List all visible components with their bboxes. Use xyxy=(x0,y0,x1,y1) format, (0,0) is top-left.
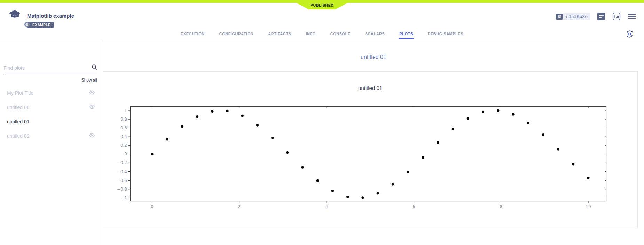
svg-text:0.6: 0.6 xyxy=(120,125,127,130)
svg-text:−0.6: −0.6 xyxy=(117,178,127,183)
svg-text:−0.2: −0.2 xyxy=(117,160,127,165)
plot-group-title: untitled 01 xyxy=(103,54,644,60)
svg-text:1: 1 xyxy=(124,108,127,113)
example-tag-label: EXAMPLE xyxy=(32,23,51,27)
refresh-pause-icon xyxy=(625,29,634,39)
id-badge-icon: ID xyxy=(556,14,563,20)
svg-text:6: 6 xyxy=(413,204,415,209)
plot-list-item[interactable]: untitled 02 xyxy=(0,129,103,143)
tab-bar: EXECUTION CONFIGURATION ARTIFACTS INFO C… xyxy=(0,32,644,39)
search-icon[interactable] xyxy=(92,64,97,71)
tab-debug-samples[interactable]: DEBUG SAMPLES xyxy=(427,32,464,39)
tab-artifacts[interactable]: ARTIFACTS xyxy=(267,32,292,39)
hamburger-menu-button[interactable] xyxy=(627,12,636,21)
svg-text:−0.4: −0.4 xyxy=(117,169,127,174)
eye-off-icon[interactable] xyxy=(89,90,95,97)
experiment-title: Matplotlib example xyxy=(27,13,74,19)
svg-text:8: 8 xyxy=(500,204,503,209)
svg-text:0.2: 0.2 xyxy=(120,143,127,148)
brand: Matplotlib example xyxy=(8,10,74,22)
eye-off-icon[interactable] xyxy=(89,104,95,111)
tab-info[interactable]: INFO xyxy=(305,32,316,39)
svg-text:−0.8: −0.8 xyxy=(117,187,127,192)
search-input[interactable] xyxy=(3,65,92,71)
tab-plots[interactable]: PLOTS xyxy=(399,32,414,39)
plot-list-item[interactable]: untitled 00 xyxy=(0,100,103,114)
eye-off-icon[interactable] xyxy=(89,132,95,139)
tab-configuration[interactable]: CONFIGURATION xyxy=(219,32,254,39)
svg-text:0: 0 xyxy=(151,204,154,209)
gear-icon: ⚙ xyxy=(24,22,30,27)
plot-card: untitled 01 0246810−1−0.8−0.6−0.4−0.200.… xyxy=(103,71,638,228)
svg-text:0.8: 0.8 xyxy=(120,117,127,122)
app-logo-icon xyxy=(8,10,21,22)
svg-text:0.4: 0.4 xyxy=(120,134,127,139)
hamburger-icon xyxy=(628,13,636,20)
plot-title: untitled 01 xyxy=(103,85,637,91)
panel-chart-icon xyxy=(612,12,621,21)
tab-scalars[interactable]: SCALARS xyxy=(364,32,386,39)
experiment-id-chip[interactable]: ID e3530b8e xyxy=(556,13,590,20)
plots-sidebar: Show all My Plot Title untitled 00 untit… xyxy=(0,40,103,245)
auto-refresh-toggle[interactable] xyxy=(625,29,634,40)
show-all-row: Show all xyxy=(0,74,103,83)
tab-console[interactable]: CONSOLE xyxy=(330,32,351,39)
side-panel-chart-button[interactable] xyxy=(612,12,621,21)
experiment-id-value: e3530b8e xyxy=(563,13,590,20)
svg-text:−1: −1 xyxy=(121,196,127,200)
status-ribbon-label: PUBLISHED xyxy=(310,3,333,8)
svg-text:2: 2 xyxy=(238,204,241,209)
scatter-plot-canvas[interactable]: 0246810−1−0.8−0.6−0.4−0.200.20.40.60.81 xyxy=(130,106,606,201)
example-tag-badge[interactable]: ⚙ EXAMPLE xyxy=(27,22,54,28)
header-actions: ID e3530b8e xyxy=(556,12,636,21)
svg-text:0: 0 xyxy=(124,152,127,156)
show-all-link[interactable]: Show all xyxy=(81,78,97,83)
plot-list-item[interactable]: My Plot Title xyxy=(0,86,103,100)
plot-search xyxy=(3,64,97,74)
details-panel-button[interactable] xyxy=(597,12,606,21)
svg-text:10: 10 xyxy=(586,204,591,209)
tab-execution[interactable]: EXECUTION xyxy=(180,32,205,39)
plots-main: untitled 01 untitled 01 0246810−1−0.8−0.… xyxy=(103,40,644,245)
content: Show all My Plot Title untitled 00 untit… xyxy=(0,40,644,245)
app-window: PUBLISHED Matplotlib example ⚙ EXAMPLE I… xyxy=(0,0,644,245)
list-lines-icon xyxy=(597,12,605,21)
scatter-plot[interactable]: 0246810−1−0.8−0.6−0.4−0.200.20.40.60.81 xyxy=(130,106,606,201)
plot-list: My Plot Title untitled 00 untitled 01 un… xyxy=(0,86,103,143)
svg-text:4: 4 xyxy=(325,204,328,209)
status-bar xyxy=(0,0,644,3)
plot-list-item-selected[interactable]: untitled 01 xyxy=(0,114,103,129)
